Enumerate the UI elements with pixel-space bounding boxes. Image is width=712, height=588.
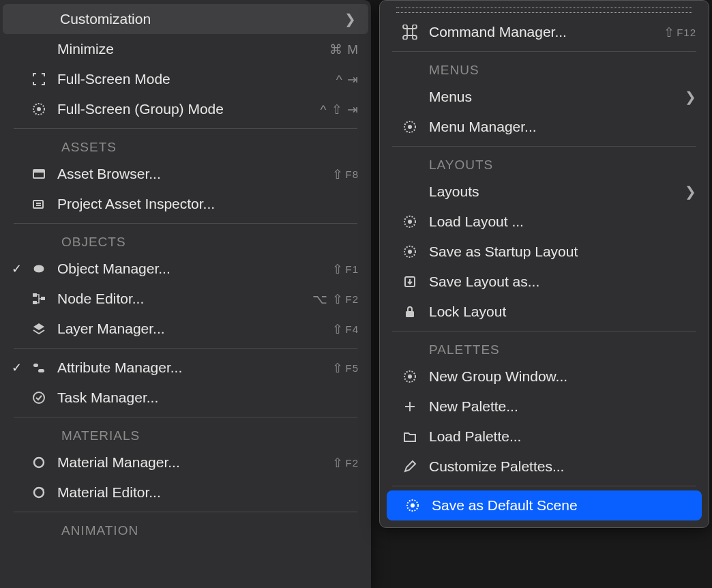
menu-item-save-layout-as[interactable]: Save Layout as...	[384, 267, 704, 297]
section-header-animation: ANIMATION	[0, 516, 371, 542]
plus-icon	[396, 399, 424, 414]
layers-icon	[26, 321, 52, 336]
section-header-objects: OBJECTS	[0, 228, 371, 254]
separator	[14, 128, 357, 129]
ring-icon	[26, 455, 52, 470]
chevron-right-icon: ❯	[685, 183, 696, 200]
folder-list-icon	[26, 196, 52, 211]
menu-item-minimize[interactable]: Minimize ⌘ M	[0, 34, 371, 64]
gear-icon	[399, 498, 426, 513]
folder-icon	[396, 429, 424, 444]
menu-item-material-manager[interactable]: Material Manager... ⇧ F2	[0, 447, 371, 477]
drag-grip[interactable]	[396, 8, 692, 13]
fullscreen-icon	[26, 72, 52, 87]
customization-submenu: Command Manager... ⇧ F12 MENUS Menus ❯ M…	[379, 0, 709, 528]
lock-icon	[396, 304, 424, 319]
asset-browser-icon	[26, 166, 52, 181]
section-header-assets: ASSETS	[0, 133, 371, 159]
menu-item-task-manager[interactable]: Task Manager...	[0, 383, 371, 413]
chevron-right-icon: ❯	[685, 89, 696, 105]
menu-item-save-startup-layout[interactable]: Save as Startup Layout	[384, 237, 704, 267]
menu-item-project-asset-inspector[interactable]: Project Asset Inspector...	[0, 189, 371, 219]
separator	[392, 486, 696, 486]
section-header-materials: MATERIALS	[0, 422, 371, 447]
menu-item-new-group-window[interactable]: New Group Window...	[384, 362, 704, 392]
menu-item-layer-manager[interactable]: Layer Manager... ⇧ F4	[0, 314, 371, 344]
sphere-icon	[26, 261, 52, 276]
label: Customization	[55, 11, 344, 27]
gear-icon	[396, 119, 424, 134]
shortcut: ⇧ F2	[332, 455, 359, 471]
command-icon	[396, 25, 424, 40]
section-header-layouts: LAYOUTS	[384, 151, 704, 177]
menu-item-menu-manager[interactable]: Menu Manager...	[384, 112, 704, 142]
menu-item-load-layout[interactable]: Load Layout ...	[384, 207, 704, 237]
shortcut: ^ ⇥	[336, 72, 359, 87]
check-icon: ✓	[7, 261, 26, 276]
menu-item-layouts[interactable]: Layouts ❯	[384, 177, 704, 207]
menu-item-command-manager[interactable]: Command Manager... ⇧ F12	[384, 17, 704, 47]
menu-item-object-manager[interactable]: ✓ Object Manager... ⇧ F1	[0, 254, 371, 284]
menu-item-lock-layout[interactable]: Lock Layout	[384, 297, 704, 327]
nodes-icon	[26, 291, 52, 306]
pencil-icon	[396, 459, 424, 474]
shortcut: ^ ⇧ ⇥	[321, 102, 359, 117]
separator	[392, 51, 696, 52]
shortcut: ⇧ F1	[332, 261, 359, 277]
menu-item-menus[interactable]: Menus ❯	[384, 82, 704, 112]
gear-icon	[396, 369, 424, 384]
menu-item-customize-palettes[interactable]: Customize Palettes...	[384, 452, 704, 482]
shortcut: ⇧ F5	[332, 360, 359, 376]
menu-item-fullscreen-group[interactable]: Full-Screen (Group) Mode ^ ⇧ ⇥	[0, 94, 371, 124]
shortcut: ⇧ F4	[332, 321, 359, 337]
download-icon	[396, 274, 424, 289]
separator	[392, 331, 696, 332]
separator	[14, 348, 357, 349]
gear-icon	[396, 244, 424, 259]
check-icon: ✓	[7, 360, 26, 375]
gear-icon	[26, 102, 52, 117]
sliders-icon	[26, 360, 52, 375]
check-circle-icon	[26, 390, 52, 405]
menu-item-node-editor[interactable]: Node Editor... ⌥ ⇧ F2	[0, 284, 371, 314]
separator	[14, 417, 357, 417]
shortcut: ⌥ ⇧ F2	[312, 291, 359, 307]
menu-item-asset-browser[interactable]: Asset Browser... ⇧ F8	[0, 159, 371, 189]
shortcut: ⌘ M	[329, 42, 359, 57]
menu-item-fullscreen[interactable]: Full-Screen Mode ^ ⇥	[0, 64, 371, 94]
chevron-right-icon: ❯	[344, 11, 356, 27]
menu-item-save-default-scene[interactable]: Save as Default Scene	[387, 490, 702, 520]
section-header-palettes: PALETTES	[384, 336, 704, 362]
ring-arrow-icon	[26, 485, 52, 500]
gear-icon	[396, 214, 424, 229]
shortcut: ⇧ F12	[664, 25, 696, 40]
menu-item-material-editor[interactable]: Material Editor...	[0, 477, 371, 508]
window-menu: Customization ❯ Minimize ⌘ M Full-Screen…	[0, 0, 371, 588]
menu-item-customization[interactable]: Customization ❯	[3, 4, 368, 34]
menu-item-new-palette[interactable]: New Palette...	[384, 392, 704, 422]
menu-item-load-palette[interactable]: Load Palette...	[384, 422, 704, 452]
separator	[14, 223, 357, 224]
section-header-menus: MENUS	[384, 56, 704, 82]
separator	[14, 512, 357, 512]
separator	[392, 146, 696, 147]
menu-item-attribute-manager[interactable]: ✓ Attribute Manager... ⇧ F5	[0, 353, 371, 383]
shortcut: ⇧ F8	[332, 166, 359, 182]
